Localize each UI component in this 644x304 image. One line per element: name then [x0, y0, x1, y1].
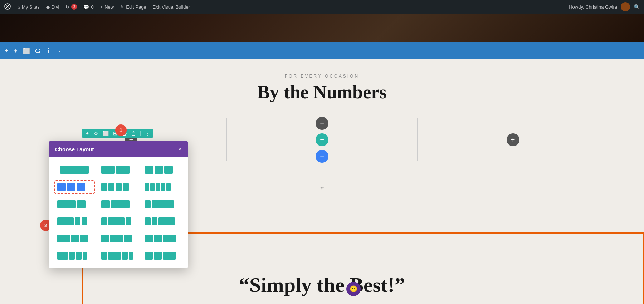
hero-background [0, 14, 644, 42]
edit-page-link[interactable]: ✎ Edit Page [120, 4, 146, 10]
wp-logo[interactable] [4, 3, 11, 11]
modal-title: Choose Layout [55, 146, 94, 152]
divi-menu[interactable]: ◆ Divi [46, 4, 59, 10]
modal-body [49, 157, 188, 268]
emoji-avatar: 😐 [346, 282, 361, 296]
layout-wide-right2[interactable] [98, 232, 139, 245]
layout-icon[interactable]: ⬜ [23, 48, 30, 54]
comments-count: 0 [91, 4, 93, 10]
power-icon[interactable]: ⏻ [35, 48, 41, 54]
row-layout-icon[interactable]: ⬜ [103, 131, 109, 136]
choose-layout-modal: Choose Layout × [49, 141, 188, 268]
layout-three-equal[interactable] [142, 163, 182, 177]
row-toolbar-separator [140, 131, 141, 136]
layout-wide-right3[interactable] [142, 232, 182, 245]
my-sites-label: My Sites [22, 4, 40, 10]
add-row-blue[interactable]: + [316, 150, 328, 163]
modal-close-button[interactable]: × [179, 146, 182, 152]
layout-single[interactable] [54, 163, 95, 177]
quote-mark: " [320, 185, 324, 197]
layout-left-wide[interactable] [54, 197, 95, 211]
main-content: FOR EVERY OCCASION By the Numbers + + + … [0, 59, 644, 304]
layout-wide-left2[interactable] [54, 232, 95, 245]
exit-builder-label: Exit Visual Builder [153, 4, 190, 10]
divi-icon: ◆ [46, 4, 50, 10]
add-section-button[interactable]: + [5, 48, 8, 54]
row-move-icon[interactable]: ✦ [85, 131, 89, 136]
edit-page-label: Edit Page [126, 4, 146, 10]
edit-icon: ✎ [120, 4, 124, 10]
builder-toolbar: + ✦ ⬜ ⏻ 🗑 ⋮ [0, 42, 644, 59]
delete-icon[interactable]: 🗑 [46, 48, 52, 54]
updates-badge: 3 [71, 4, 77, 10]
layout-five-equal[interactable] [142, 180, 182, 194]
row-delete-icon[interactable]: 🗑 [131, 131, 136, 136]
new-label: New [104, 4, 114, 10]
layout-big-left[interactable] [54, 215, 95, 228]
avatar [621, 2, 630, 11]
comments-menu[interactable]: 💬 0 [83, 4, 93, 10]
layout-big-right[interactable] [142, 215, 182, 228]
orange-line-right [301, 199, 483, 199]
updates-icon: ↻ [65, 4, 69, 10]
settings-icon[interactable]: ✦ [13, 48, 18, 54]
add-module-col2[interactable]: + [316, 117, 328, 130]
howdy-text: Howdy, Christina Gwira [569, 4, 617, 10]
my-sites-menu[interactable]: ⌂ My Sites [17, 4, 40, 10]
exit-builder-link[interactable]: Exit Visual Builder [153, 4, 190, 10]
column-2: + + + [227, 117, 418, 163]
modal-header: Choose Layout × [49, 141, 188, 157]
column-3: + [418, 117, 608, 163]
layout-big-mid[interactable] [98, 215, 139, 228]
add-row-teal[interactable]: + [316, 133, 328, 146]
more-options-icon[interactable]: ⋮ [57, 48, 62, 54]
layout-combo2[interactable] [98, 249, 139, 263]
layout-four-equal[interactable] [98, 180, 139, 194]
layout-combo1[interactable] [54, 249, 95, 263]
new-icon: + [100, 4, 103, 10]
add-module-col3[interactable]: + [507, 133, 519, 146]
new-menu[interactable]: + New [100, 4, 114, 10]
step1-badge: 1 [115, 124, 127, 136]
row-more-icon[interactable]: ⋮ [145, 131, 150, 136]
section-title: By the Numbers [0, 82, 644, 103]
comments-icon: 💬 [83, 4, 89, 10]
updates-menu[interactable]: ↻ 3 [65, 4, 77, 10]
layout-right-wide[interactable] [98, 197, 139, 211]
quote-title: “Simply the Best!” [0, 273, 644, 297]
divi-label: Divi [52, 4, 59, 10]
search-icon[interactable]: 🔍 [634, 4, 640, 10]
admin-right: Howdy, Christina Gwira 🔍 [569, 2, 640, 11]
my-sites-icon: ⌂ [17, 4, 20, 10]
section-eyebrow: FOR EVERY OCCASION [0, 74, 644, 79]
row-settings-icon[interactable]: ⚙ [94, 131, 98, 136]
wp-icon [4, 3, 11, 11]
layout-left-sidebar[interactable] [142, 197, 182, 211]
admin-bar: ⌂ My Sites ◆ Divi ↻ 3 💬 0 + New ✎ Edit P… [0, 0, 644, 14]
layout-three-selected[interactable] [54, 180, 95, 194]
layout-combo3[interactable] [142, 249, 182, 263]
layout-two-equal[interactable] [98, 163, 139, 177]
